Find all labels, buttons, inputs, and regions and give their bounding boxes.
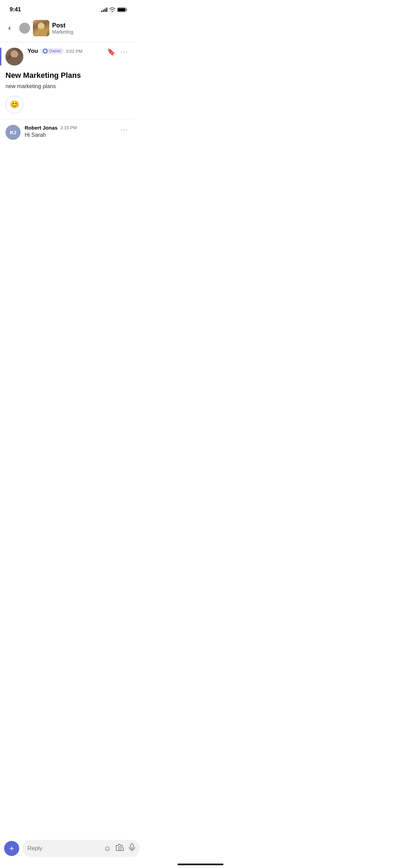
post-time: 3:02 PM: [66, 49, 82, 54]
reaction-emoji-icon: 😊: [10, 100, 19, 109]
nav-subtitle: Marketing: [52, 29, 128, 35]
channel-avatar: [33, 20, 49, 36]
post-author-avatar: [5, 48, 23, 65]
bookmark-icon[interactable]: 🔖: [107, 48, 116, 56]
post-actions: 🔖 ···: [107, 48, 128, 56]
signal-bars-icon: [101, 7, 107, 12]
notification-avatar: [19, 23, 30, 34]
post-meta: You Owner 3:02 PM: [27, 48, 103, 55]
active-indicator-bar: [0, 48, 1, 65]
reply-time: 3:15 PM: [60, 125, 77, 130]
nav-header: ‹ Post Marketing: [0, 17, 134, 42]
reply-header: Robert Jonas 3:15 PM: [25, 125, 128, 131]
status-icons: [101, 7, 127, 12]
owner-badge-icon: [43, 49, 48, 53]
status-time: 9:41: [10, 6, 21, 13]
status-bar: 9:41: [0, 0, 134, 17]
battery-icon: [117, 8, 127, 12]
post-container: You Owner 3:02 PM 🔖 ··· New Marketing Pl…: [0, 42, 134, 119]
nav-title-group: Post Marketing: [52, 22, 128, 35]
post-header: You Owner 3:02 PM 🔖 ···: [5, 48, 128, 65]
post-title: New Marketing Plans: [5, 71, 128, 80]
back-button[interactable]: ‹: [3, 21, 16, 35]
reply-text: Hi Sarah: [25, 132, 128, 138]
more-options-icon[interactable]: ···: [121, 48, 128, 56]
reply-content: Robert Jonas 3:15 PM Hi Sarah: [25, 125, 128, 138]
reply-item: RJ Robert Jonas 3:15 PM Hi Sarah ···: [0, 119, 134, 145]
owner-badge-label: Owner: [49, 49, 61, 53]
reaction-button[interactable]: 😊: [5, 96, 23, 113]
post-author-row: You Owner 3:02 PM: [27, 48, 103, 55]
back-chevron-icon: ‹: [8, 24, 11, 33]
post-content: New Marketing Plans new marketing plans: [5, 71, 128, 90]
reply-author-avatar: RJ: [5, 125, 21, 140]
reply-more-options-icon[interactable]: ···: [121, 126, 128, 133]
post-body: new marketing plans: [5, 83, 128, 90]
reply-author-name: Robert Jonas: [25, 125, 58, 131]
reply-author-initials: RJ: [10, 130, 16, 135]
wifi-icon: [109, 8, 115, 12]
owner-badge: Owner: [40, 48, 64, 54]
post-author-name: You: [27, 48, 38, 55]
nav-title: Post: [52, 22, 128, 29]
